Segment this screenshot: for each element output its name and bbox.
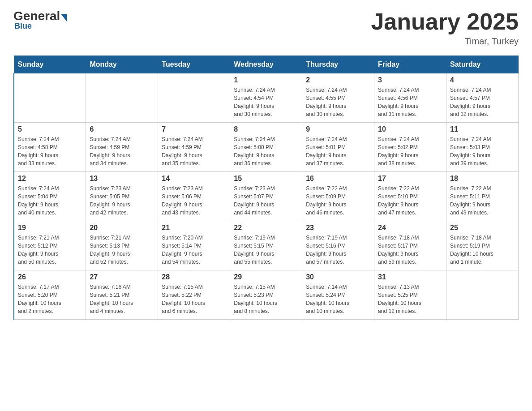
calendar-cell: 28Sunrise: 7:15 AMSunset: 5:22 PMDayligh…	[158, 270, 230, 320]
cell-date-number: 26	[18, 273, 82, 281]
calendar-cell	[86, 73, 158, 123]
calendar-cell: 4Sunrise: 7:24 AMSunset: 4:57 PMDaylight…	[446, 73, 519, 123]
cell-sun-info: Sunrise: 7:24 AMSunset: 5:04 PMDaylight:…	[18, 184, 82, 217]
cell-date-number: 5	[18, 125, 82, 133]
cell-sun-info: Sunrise: 7:23 AMSunset: 5:07 PMDaylight:…	[234, 184, 298, 217]
cell-date-number: 16	[306, 175, 370, 183]
weekday-header-sunday: Sunday	[14, 56, 86, 73]
cell-date-number: 21	[162, 224, 226, 232]
cell-sun-info: Sunrise: 7:15 AMSunset: 5:23 PMDaylight:…	[234, 283, 298, 315]
calendar-cell: 20Sunrise: 7:21 AMSunset: 5:13 PMDayligh…	[86, 221, 158, 270]
calendar-cell: 5Sunrise: 7:24 AMSunset: 4:58 PMDaylight…	[14, 123, 86, 172]
logo-arrow-icon	[61, 14, 67, 22]
calendar-week-5: 26Sunrise: 7:17 AMSunset: 5:20 PMDayligh…	[14, 270, 519, 320]
calendar-cell: 12Sunrise: 7:24 AMSunset: 5:04 PMDayligh…	[14, 172, 86, 221]
title-block: January 2025 Timar, Turkey	[371, 9, 519, 47]
cell-sun-info: Sunrise: 7:24 AMSunset: 4:59 PMDaylight:…	[90, 135, 154, 167]
cell-date-number: 11	[450, 125, 515, 133]
cell-sun-info: Sunrise: 7:24 AMSunset: 4:55 PMDaylight:…	[306, 86, 370, 118]
cell-sun-info: Sunrise: 7:23 AMSunset: 5:05 PMDaylight:…	[90, 184, 154, 217]
weekday-header-wednesday: Wednesday	[230, 56, 302, 73]
location: Timar, Turkey	[371, 36, 519, 47]
calendar-week-1: 1Sunrise: 7:24 AMSunset: 4:54 PMDaylight…	[14, 73, 519, 123]
calendar-week-2: 5Sunrise: 7:24 AMSunset: 4:58 PMDaylight…	[14, 123, 519, 172]
calendar-table: SundayMondayTuesdayWednesdayThursdayFrid…	[13, 56, 519, 320]
calendar-cell: 25Sunrise: 7:18 AMSunset: 5:19 PMDayligh…	[446, 221, 519, 270]
cell-date-number: 4	[450, 76, 515, 84]
calendar-cell: 6Sunrise: 7:24 AMSunset: 4:59 PMDaylight…	[86, 123, 158, 172]
cell-date-number: 1	[234, 76, 298, 84]
logo-blue: Blue	[14, 21, 32, 31]
cell-date-number: 20	[90, 224, 154, 232]
cell-date-number: 3	[378, 76, 442, 84]
calendar-cell: 11Sunrise: 7:24 AMSunset: 5:03 PMDayligh…	[446, 123, 519, 172]
cell-sun-info: Sunrise: 7:14 AMSunset: 5:24 PMDaylight:…	[306, 283, 370, 315]
calendar-cell: 13Sunrise: 7:23 AMSunset: 5:05 PMDayligh…	[86, 172, 158, 221]
cell-date-number: 22	[234, 224, 298, 232]
cell-sun-info: Sunrise: 7:22 AMSunset: 5:10 PMDaylight:…	[378, 184, 442, 217]
calendar-cell	[158, 73, 230, 123]
weekday-header-saturday: Saturday	[446, 56, 519, 73]
calendar-cell: 7Sunrise: 7:24 AMSunset: 4:59 PMDaylight…	[158, 123, 230, 172]
cell-date-number: 14	[162, 175, 226, 183]
cell-sun-info: Sunrise: 7:13 AMSunset: 5:25 PMDaylight:…	[378, 283, 442, 315]
cell-sun-info: Sunrise: 7:24 AMSunset: 4:54 PMDaylight:…	[234, 86, 298, 118]
cell-date-number: 29	[234, 273, 298, 281]
weekday-header-thursday: Thursday	[302, 56, 374, 73]
cell-date-number: 13	[90, 175, 154, 183]
month-title: January 2025	[371, 9, 519, 34]
calendar-cell: 30Sunrise: 7:14 AMSunset: 5:24 PMDayligh…	[302, 270, 374, 320]
cell-date-number: 28	[162, 273, 226, 281]
cell-date-number: 30	[306, 273, 370, 281]
cell-date-number: 2	[306, 76, 370, 84]
calendar-cell: 24Sunrise: 7:18 AMSunset: 5:17 PMDayligh…	[374, 221, 446, 270]
cell-sun-info: Sunrise: 7:24 AMSunset: 5:00 PMDaylight:…	[234, 135, 298, 167]
cell-sun-info: Sunrise: 7:24 AMSunset: 5:02 PMDaylight:…	[378, 135, 442, 167]
cell-date-number: 23	[306, 224, 370, 232]
cell-sun-info: Sunrise: 7:19 AMSunset: 5:16 PMDaylight:…	[306, 234, 370, 266]
cell-date-number: 24	[378, 224, 442, 232]
cell-sun-info: Sunrise: 7:19 AMSunset: 5:15 PMDaylight:…	[234, 234, 298, 266]
cell-date-number: 10	[378, 125, 442, 133]
cell-date-number: 9	[306, 125, 370, 133]
cell-sun-info: Sunrise: 7:15 AMSunset: 5:22 PMDaylight:…	[162, 283, 226, 315]
cell-date-number: 15	[234, 175, 298, 183]
logo: General Blue	[13, 9, 68, 31]
weekday-header-monday: Monday	[86, 56, 158, 73]
cell-sun-info: Sunrise: 7:24 AMSunset: 4:58 PMDaylight:…	[18, 135, 82, 167]
cell-sun-info: Sunrise: 7:24 AMSunset: 5:01 PMDaylight:…	[306, 135, 370, 167]
cell-sun-info: Sunrise: 7:21 AMSunset: 5:13 PMDaylight:…	[90, 234, 154, 266]
calendar-week-3: 12Sunrise: 7:24 AMSunset: 5:04 PMDayligh…	[14, 172, 519, 221]
cell-date-number: 12	[18, 175, 82, 183]
cell-date-number: 6	[90, 125, 154, 133]
calendar-cell: 14Sunrise: 7:23 AMSunset: 5:06 PMDayligh…	[158, 172, 230, 221]
cell-date-number: 8	[234, 125, 298, 133]
cell-sun-info: Sunrise: 7:24 AMSunset: 4:59 PMDaylight:…	[162, 135, 226, 167]
calendar-cell: 18Sunrise: 7:22 AMSunset: 5:11 PMDayligh…	[446, 172, 519, 221]
cell-date-number: 7	[162, 125, 226, 133]
calendar-cell: 31Sunrise: 7:13 AMSunset: 5:25 PMDayligh…	[374, 270, 446, 320]
calendar-cell: 27Sunrise: 7:16 AMSunset: 5:21 PMDayligh…	[86, 270, 158, 320]
calendar-cell	[14, 73, 86, 123]
cell-date-number: 31	[378, 273, 442, 281]
calendar-cell: 17Sunrise: 7:22 AMSunset: 5:10 PMDayligh…	[374, 172, 446, 221]
cell-sun-info: Sunrise: 7:17 AMSunset: 5:20 PMDaylight:…	[18, 283, 82, 315]
page-header: General Blue January 2025 Timar, Turkey	[13, 9, 519, 47]
cell-sun-info: Sunrise: 7:23 AMSunset: 5:06 PMDaylight:…	[162, 184, 226, 217]
cell-date-number: 19	[18, 224, 82, 232]
calendar-cell: 10Sunrise: 7:24 AMSunset: 5:02 PMDayligh…	[374, 123, 446, 172]
cell-date-number: 27	[90, 273, 154, 281]
calendar-cell: 15Sunrise: 7:23 AMSunset: 5:07 PMDayligh…	[230, 172, 302, 221]
calendar-cell: 22Sunrise: 7:19 AMSunset: 5:15 PMDayligh…	[230, 221, 302, 270]
cell-sun-info: Sunrise: 7:18 AMSunset: 5:19 PMDaylight:…	[450, 234, 515, 266]
calendar-week-4: 19Sunrise: 7:21 AMSunset: 5:12 PMDayligh…	[14, 221, 519, 270]
weekday-header-tuesday: Tuesday	[158, 56, 230, 73]
calendar-cell: 8Sunrise: 7:24 AMSunset: 5:00 PMDaylight…	[230, 123, 302, 172]
cell-sun-info: Sunrise: 7:18 AMSunset: 5:17 PMDaylight:…	[378, 234, 442, 266]
calendar-cell: 23Sunrise: 7:19 AMSunset: 5:16 PMDayligh…	[302, 221, 374, 270]
cell-sun-info: Sunrise: 7:20 AMSunset: 5:14 PMDaylight:…	[162, 234, 226, 266]
calendar-cell: 29Sunrise: 7:15 AMSunset: 5:23 PMDayligh…	[230, 270, 302, 320]
cell-sun-info: Sunrise: 7:22 AMSunset: 5:11 PMDaylight:…	[450, 184, 515, 217]
calendar-cell: 1Sunrise: 7:24 AMSunset: 4:54 PMDaylight…	[230, 73, 302, 123]
calendar-cell: 2Sunrise: 7:24 AMSunset: 4:55 PMDaylight…	[302, 73, 374, 123]
